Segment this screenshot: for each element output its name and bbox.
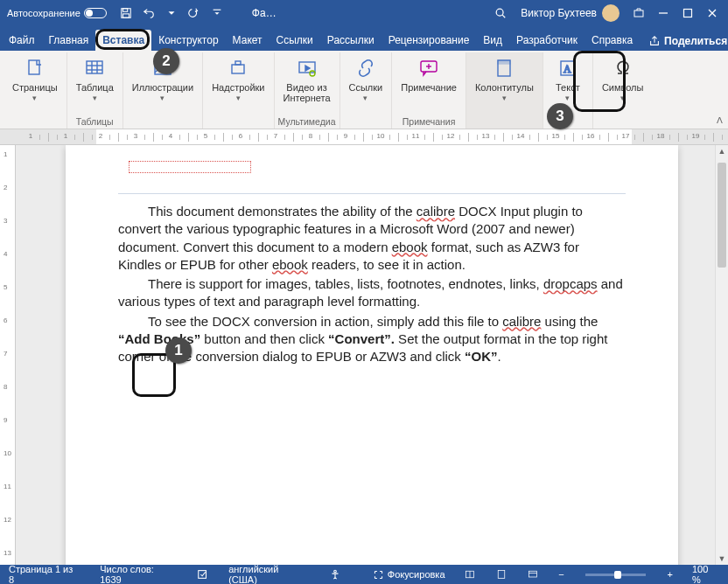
chevron-down-icon: ▾ <box>93 94 97 101</box>
text: There is support for images, tables, lis… <box>148 276 543 291</box>
header-separator <box>118 178 626 194</box>
status-word-count[interactable]: Число слов: 1639 <box>96 564 181 584</box>
svg-rect-20 <box>235 61 241 65</box>
text-wavy: calibre <box>416 204 455 219</box>
tab-mailings[interactable]: Рассылки <box>320 30 382 51</box>
view-print-icon[interactable] <box>492 565 511 584</box>
callout-box-symbols <box>573 51 626 112</box>
svg-rect-27 <box>498 60 510 64</box>
svg-rect-3 <box>213 10 220 10</box>
pages-button[interactable]: Страницы ▾ <box>7 52 63 101</box>
autosave-label: Автосохранение <box>7 8 80 18</box>
svg-rect-30 <box>199 571 206 579</box>
text-wavy: ebook <box>272 257 308 272</box>
zoom-level[interactable]: 100 % <box>689 564 723 584</box>
table-label: Таблица <box>76 82 114 93</box>
group-headerfooter: Колонтитулы ▾ <box>466 52 543 129</box>
save-icon[interactable] <box>116 3 136 24</box>
table-button[interactable]: Таблица ▾ <box>71 52 119 101</box>
status-language[interactable]: английский (США) <box>225 564 313 584</box>
text: This document demonstrates the ability o… <box>148 204 416 219</box>
tab-layout[interactable]: Макет <box>226 30 270 51</box>
headerfooter-button[interactable]: Колонтитулы ▾ <box>470 52 539 101</box>
share-icon <box>648 35 661 47</box>
chevron-down-icon: ▾ <box>565 94 570 101</box>
quick-access-toolbar <box>116 3 228 24</box>
callout-badge-3: 3 <box>547 103 573 129</box>
video-icon <box>295 56 319 80</box>
links-button[interactable]: Ссылки ▾ <box>344 52 388 101</box>
tab-home[interactable]: Главная <box>42 30 96 51</box>
group-media: Видео из Интернета Мультимедиа <box>275 52 340 129</box>
svg-rect-1 <box>122 9 127 12</box>
view-web-icon[interactable] <box>523 565 542 584</box>
svg-rect-2 <box>122 14 129 17</box>
online-video-button[interactable]: Видео из Интернета <box>278 52 336 103</box>
undo-icon[interactable] <box>138 3 159 24</box>
page-scroll[interactable]: This document demonstrates the ability o… <box>16 145 728 565</box>
collapse-ribbon-icon[interactable]: ᐱ <box>717 115 723 125</box>
comment-label: Примечание <box>401 82 457 93</box>
text: . <box>498 349 501 364</box>
svg-rect-12 <box>87 61 102 73</box>
maximize-icon[interactable] <box>676 0 700 26</box>
qat-customize-icon[interactable] <box>206 3 228 24</box>
callout-badge-1: 1 <box>165 337 192 364</box>
zoom-out-button[interactable]: − <box>555 569 567 580</box>
comment-button[interactable]: Примечание <box>396 52 462 93</box>
pages-icon <box>23 56 47 80</box>
close-icon[interactable] <box>700 0 724 26</box>
header-placeholder <box>129 161 251 173</box>
share-button[interactable]: Поделиться <box>640 31 728 51</box>
scroll-up-icon[interactable]: ▲ <box>716 145 728 157</box>
undo-more-icon[interactable] <box>161 3 182 24</box>
search-icon[interactable] <box>487 0 514 26</box>
text-bold: “Convert”. <box>328 331 395 346</box>
status-focus[interactable]: Фокусировка <box>369 569 449 581</box>
ribbon-options-icon[interactable] <box>626 0 651 26</box>
chevron-down-icon: ▾ <box>363 94 368 101</box>
minimize-icon[interactable] <box>651 0 676 26</box>
group-tables: Таблица ▾ Таблицы <box>67 52 123 129</box>
autosave-toggle-icon[interactable] <box>84 8 107 18</box>
vertical-ruler[interactable]: 1234567891011121314 <box>0 145 16 565</box>
group-label-media: Мультимедиа <box>278 116 336 129</box>
view-read-icon[interactable] <box>461 565 480 584</box>
text: button and then click <box>200 331 328 346</box>
svg-text:A: A <box>564 63 571 75</box>
redo-icon[interactable] <box>184 3 205 24</box>
svg-rect-35 <box>529 571 537 577</box>
tab-help[interactable]: Справка <box>584 30 640 51</box>
zoom-slider[interactable] <box>585 574 647 576</box>
tab-review[interactable]: Рецензирование <box>382 30 477 51</box>
chevron-down-icon: ▾ <box>502 94 507 101</box>
tab-file[interactable]: Файл <box>2 30 42 51</box>
document-body[interactable]: This document demonstrates the ability o… <box>118 203 626 365</box>
share-label: Поделиться <box>664 35 727 47</box>
status-page[interactable]: Страница 1 из 8 <box>5 564 84 584</box>
tab-view[interactable]: Вид <box>476 30 509 51</box>
text-wavy: dropcaps <box>543 276 598 291</box>
zoom-thumb[interactable] <box>614 571 621 579</box>
links-icon <box>354 56 378 80</box>
svg-rect-19 <box>232 65 244 73</box>
document-area: 1234567891011121314 This document demons… <box>0 145 728 565</box>
tab-references[interactable]: Ссылки <box>270 30 320 51</box>
scroll-down-icon[interactable]: ▼ <box>716 553 728 565</box>
vertical-scrollbar[interactable]: ▲ ▼ <box>715 145 728 565</box>
tab-developer[interactable]: Разработчик <box>509 30 584 51</box>
chevron-down-icon: ▾ <box>160 94 164 101</box>
horizontal-ruler[interactable]: 112345678910111213141516171819 <box>0 129 728 145</box>
group-comments: Примечание Примечания <box>392 52 466 129</box>
zoom-in-button[interactable]: + <box>663 569 676 580</box>
autosave-toggle-group[interactable]: Автосохранение <box>4 8 110 18</box>
user-account[interactable]: Виктор Бухтеев <box>514 0 626 26</box>
text-bold: “OK” <box>465 349 498 364</box>
document-title: Фа… <box>245 7 284 19</box>
scroll-thumb[interactable] <box>718 163 726 268</box>
status-accessibility-icon[interactable] <box>326 568 345 581</box>
addins-button[interactable]: Надстройки ▾ <box>206 52 270 101</box>
status-spellcheck-icon[interactable] <box>193 568 213 581</box>
chevron-down-icon: ▾ <box>236 94 241 101</box>
status-bar: Страница 1 из 8 Число слов: 1639 английс… <box>0 565 728 584</box>
